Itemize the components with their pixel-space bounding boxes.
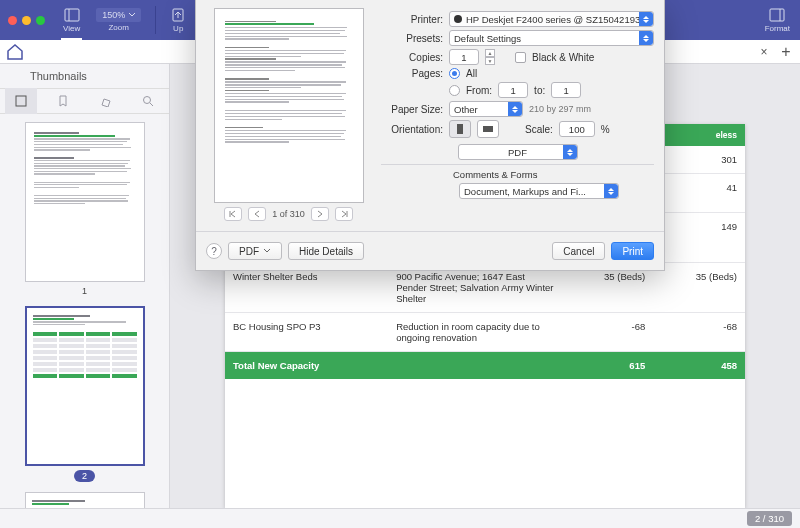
hide-details-label: Hide Details bbox=[299, 246, 353, 257]
mode-value: PDF bbox=[508, 147, 527, 158]
chevron-down-icon bbox=[263, 247, 271, 255]
thumbnails-sidebar: Thumbnails bbox=[0, 64, 170, 508]
zoom-value-text: 150% bbox=[102, 10, 125, 20]
format-icon bbox=[769, 7, 785, 23]
format-button[interactable]: Format bbox=[761, 0, 794, 40]
comments-select[interactable]: Document, Markups and Fi... bbox=[459, 183, 619, 199]
cancel-button[interactable]: Cancel bbox=[552, 242, 605, 260]
orientation-landscape-button[interactable] bbox=[477, 120, 499, 138]
paper-select[interactable]: Other bbox=[449, 101, 523, 117]
preview-prev-button[interactable] bbox=[248, 207, 266, 221]
pages-all-label: All bbox=[466, 68, 477, 79]
svg-rect-4 bbox=[770, 9, 784, 21]
copies-stepper[interactable]: ▲▼ bbox=[485, 49, 495, 65]
total-row: Total New Capacity 615 458 bbox=[225, 352, 745, 380]
preview-last-button[interactable] bbox=[335, 207, 353, 221]
sidebar-toggle-icon bbox=[64, 7, 80, 23]
arrow-up-icon bbox=[170, 7, 186, 23]
page-indicator[interactable]: 2 / 310 bbox=[747, 511, 792, 526]
pages-from-input[interactable]: 1 bbox=[498, 82, 528, 98]
thumbnail-number: 2 bbox=[74, 470, 95, 482]
sidebar-tabs bbox=[0, 88, 169, 114]
pages-to-label: to: bbox=[534, 85, 545, 96]
page-up-button[interactable]: Up bbox=[166, 0, 190, 40]
select-arrow-icon bbox=[508, 102, 522, 116]
scale-unit: % bbox=[601, 124, 610, 135]
printer-label: Printer: bbox=[381, 14, 443, 25]
zoom-label: Zoom bbox=[108, 23, 128, 32]
pages-label: Pages: bbox=[381, 68, 443, 79]
home-icon[interactable] bbox=[6, 43, 24, 61]
paper-value: Other bbox=[454, 104, 478, 115]
close-tab-button[interactable]: × bbox=[756, 45, 772, 59]
orientation-label: Orientation: bbox=[381, 124, 443, 135]
tab-annotations[interactable] bbox=[90, 88, 122, 114]
printer-status-icon bbox=[454, 15, 462, 23]
pages-from-label: From: bbox=[466, 85, 492, 96]
view-toggle-button[interactable]: View bbox=[59, 0, 84, 40]
add-tab-button[interactable]: + bbox=[778, 44, 794, 60]
print-button[interactable]: Print bbox=[611, 242, 654, 260]
pages-all-radio[interactable] bbox=[449, 68, 460, 79]
col-header: eless bbox=[653, 124, 745, 146]
hide-details-button[interactable]: Hide Details bbox=[288, 242, 364, 260]
comments-label: Comments & Forms bbox=[453, 169, 654, 180]
window-controls bbox=[6, 0, 51, 40]
maximize-window-button[interactable] bbox=[36, 16, 45, 25]
copies-input[interactable]: 1 bbox=[449, 49, 479, 65]
thumbnail-item[interactable] bbox=[0, 492, 169, 508]
scale-input[interactable]: 100 bbox=[559, 121, 595, 137]
zoom-value[interactable]: 150% bbox=[96, 8, 141, 22]
total-value: 615 bbox=[561, 352, 653, 380]
tab-search[interactable] bbox=[132, 88, 164, 114]
print-dialog: 1 of 310 Printer: HP Deskjet F2400 serie… bbox=[195, 0, 665, 271]
select-arrow-icon bbox=[604, 184, 618, 198]
select-arrow-icon bbox=[639, 12, 653, 26]
pdf-button-label: PDF bbox=[239, 246, 259, 257]
preview-page-indicator: 1 of 310 bbox=[272, 209, 305, 219]
zoom-control[interactable]: 150% Zoom bbox=[92, 0, 145, 40]
pages-to-input[interactable]: 1 bbox=[551, 82, 581, 98]
thumbnail-item[interactable]: 1 bbox=[0, 122, 169, 296]
svg-rect-0 bbox=[65, 9, 79, 21]
paper-dimensions: 210 by 297 mm bbox=[529, 104, 591, 114]
thumbnail-item[interactable]: 2 bbox=[0, 306, 169, 482]
preview-navigator: 1 of 310 bbox=[224, 207, 353, 221]
pdf-dropdown-button[interactable]: PDF bbox=[228, 242, 282, 260]
cancel-label: Cancel bbox=[563, 246, 594, 257]
table-row: BC Housing SPO P3Reduction in room capac… bbox=[225, 313, 745, 352]
format-label: Format bbox=[765, 24, 790, 33]
orientation-portrait-button[interactable] bbox=[449, 120, 471, 138]
up-label: Up bbox=[173, 24, 183, 33]
pages-from-radio[interactable] bbox=[449, 85, 460, 96]
sidebar-title: Thumbnails bbox=[0, 64, 169, 88]
svg-line-8 bbox=[150, 103, 153, 106]
printer-select[interactable]: HP Deskjet F2400 series @ SZ15042193 bbox=[449, 11, 654, 27]
thumbnail-number: 1 bbox=[82, 286, 87, 296]
copies-label: Copies: bbox=[381, 52, 443, 63]
help-button[interactable]: ? bbox=[206, 243, 222, 259]
total-value: 458 bbox=[653, 352, 745, 380]
presets-label: Presets: bbox=[381, 33, 443, 44]
select-arrow-icon bbox=[563, 145, 577, 159]
tab-bookmarks[interactable] bbox=[47, 88, 79, 114]
presets-value: Default Settings bbox=[454, 33, 521, 44]
scale-label: Scale: bbox=[525, 124, 553, 135]
preview-next-button[interactable] bbox=[311, 207, 329, 221]
select-arrow-icon bbox=[639, 31, 653, 45]
tab-thumbnails[interactable] bbox=[5, 88, 37, 114]
print-preview bbox=[214, 8, 364, 203]
close-window-button[interactable] bbox=[8, 16, 17, 25]
paper-label: Paper Size: bbox=[381, 104, 443, 115]
minimize-window-button[interactable] bbox=[22, 16, 31, 25]
view-label: View bbox=[63, 24, 80, 33]
presets-select[interactable]: Default Settings bbox=[449, 30, 654, 46]
mode-select[interactable]: PDF bbox=[458, 144, 578, 160]
total-label: Total New Capacity bbox=[225, 352, 388, 380]
bw-label: Black & White bbox=[532, 52, 594, 63]
svg-rect-6 bbox=[16, 96, 26, 106]
preview-first-button[interactable] bbox=[224, 207, 242, 221]
print-label: Print bbox=[622, 246, 643, 257]
bw-checkbox[interactable] bbox=[515, 52, 526, 63]
chevron-down-icon bbox=[129, 12, 135, 18]
